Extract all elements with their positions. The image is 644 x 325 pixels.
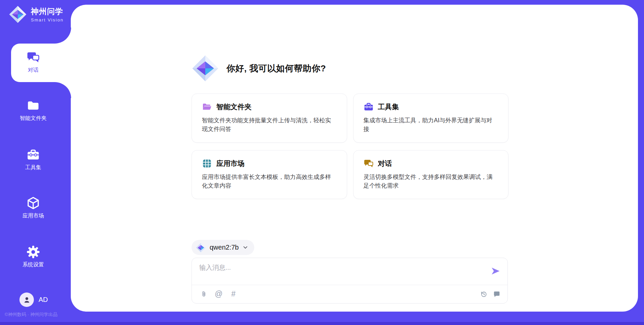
- diamond-logo: [9, 5, 27, 23]
- sidebar-item-settings[interactable]: 系统设置: [0, 245, 66, 268]
- sidebar-item-label: 对话: [0, 67, 66, 74]
- composer-toolbar: @ #: [200, 285, 237, 303]
- card-description: 应用市场提供丰富长文本模板，助力高效生成多样化文章内容: [202, 173, 337, 190]
- brand: 神州问学 Smart Vision: [9, 5, 63, 23]
- brand-subtitle: Smart Vision: [31, 17, 63, 22]
- greeting: 你好, 我可以如何帮助你?: [192, 55, 326, 82]
- brand-name: 神州问学: [31, 6, 63, 17]
- card-title: 智能文件夹: [216, 102, 252, 112]
- sidebar-item-smart-folder[interactable]: 智能文件夹: [0, 99, 66, 122]
- copyright-text: ©神州数码 · 神州问学出品: [5, 312, 57, 318]
- bottom-accent-bar: [0, 322, 644, 325]
- composer-right-tools: [480, 285, 501, 303]
- user-name: AD: [39, 296, 48, 304]
- user-avatar-icon: [19, 292, 34, 307]
- sidebar-item-app-market[interactable]: 应用市场: [0, 196, 66, 219]
- card-smart-folder[interactable]: 智能文件夹 智能文件夹功能支持批量文件上传与清洗，轻松实现文件问答: [192, 93, 347, 143]
- send-icon: [491, 266, 500, 276]
- card-toolset[interactable]: 工具集 集成市场上主流工具，助力AI与外界无缝扩展与对接: [353, 93, 509, 143]
- main-content: 你好, 我可以如何帮助你? 智能文件夹 智能文件夹功能支持批量文件上传与清洗，轻…: [71, 5, 638, 312]
- card-app-market[interactable]: 应用市场 应用市场提供丰富长文本模板，助力高效生成多样化文章内容: [192, 150, 347, 199]
- message-composer: @ #: [192, 258, 508, 304]
- sidebar-item-label: 工具集: [0, 164, 66, 171]
- diamond-logo: [196, 243, 206, 253]
- at-icon[interactable]: @: [215, 290, 223, 298]
- model-name: qwen2:7b: [210, 244, 239, 251]
- card-title: 对话: [378, 159, 392, 168]
- cube-icon: [0, 196, 66, 210]
- sidebar-item-chat[interactable]: 对话: [0, 50, 66, 74]
- card-title: 工具集: [378, 102, 399, 112]
- feature-cards: 智能文件夹 智能文件夹功能支持批量文件上传与清洗，轻松实现文件问答 工具集 集成…: [192, 93, 508, 199]
- chat-bubbles-icon: [364, 158, 374, 169]
- card-title: 应用市场: [216, 159, 245, 168]
- model-selector[interactable]: qwen2:7b: [192, 240, 254, 255]
- hash-icon[interactable]: #: [229, 290, 237, 298]
- chat-bubble-icon[interactable]: [493, 290, 501, 298]
- card-chat[interactable]: 对话 灵活切换多模型文件，支持多样回复效果调试，满足个性化需求: [353, 150, 509, 199]
- send-button[interactable]: [491, 266, 500, 276]
- card-description: 灵活切换多模型文件，支持多样回复效果调试，满足个性化需求: [364, 173, 498, 190]
- paperclip-icon[interactable]: [200, 290, 208, 298]
- sidebar-item-label: 系统设置: [0, 261, 66, 268]
- user-account[interactable]: AD: [19, 292, 48, 307]
- history-icon[interactable]: [480, 290, 488, 298]
- briefcase-icon: [364, 102, 374, 112]
- tab-fillet-bottom: [55, 82, 71, 98]
- message-input[interactable]: [199, 263, 481, 282]
- sidebar-item-toolset[interactable]: 工具集: [0, 148, 66, 171]
- app-grid-icon: [202, 158, 212, 169]
- diamond-logo: [192, 55, 219, 82]
- folder-open-icon: [202, 102, 212, 112]
- sidebar-item-label: 智能文件夹: [0, 115, 66, 122]
- sidebar-item-label: 应用市场: [0, 212, 66, 219]
- tab-fillet-top: [55, 27, 71, 44]
- folder-icon: [0, 99, 66, 113]
- card-description: 集成市场上主流工具，助力AI与外界无缝扩展与对接: [364, 116, 498, 134]
- gear-icon: [0, 245, 66, 259]
- chat-bubbles-icon: [0, 50, 66, 64]
- card-description: 智能文件夹功能支持批量文件上传与清洗，轻松实现文件问答: [202, 116, 337, 134]
- briefcase-icon: [0, 148, 66, 162]
- greeting-text: 你好, 我可以如何帮助你?: [226, 63, 326, 74]
- composer-divider: [192, 285, 507, 285]
- chevron-down-icon: [243, 245, 248, 250]
